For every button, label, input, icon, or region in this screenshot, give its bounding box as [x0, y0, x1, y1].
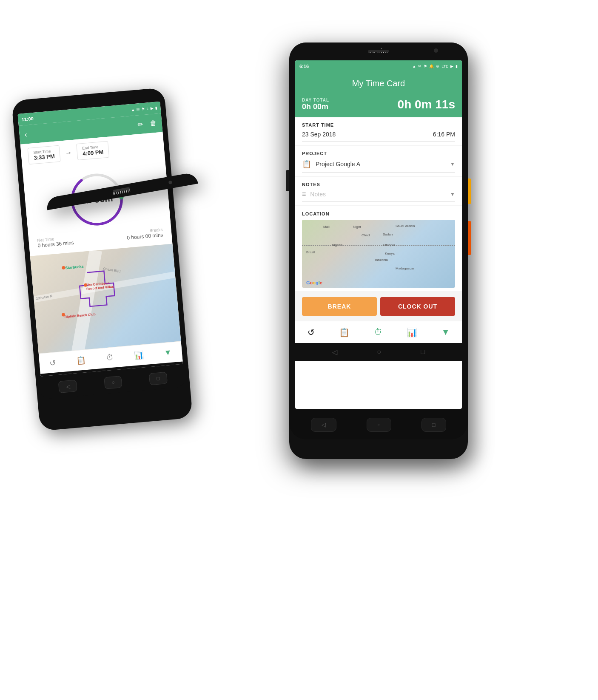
action-buttons: BREAK CLOCK OUT [295, 292, 462, 321]
camera-right [434, 48, 438, 53]
madagascar-label: Madagascar [396, 266, 414, 270]
start-time-field-row: 23 Sep 2018 6:16 PM [302, 131, 455, 142]
hw-btn-back-left[interactable]: ◁ [58, 380, 77, 393]
day-total-small: 0h 00m [302, 102, 329, 111]
start-time-clock: 6:16 PM [433, 131, 455, 138]
timer-area: 0h 36m Net Time 0 hours 36 mins Breaks 0… [23, 157, 173, 256]
nav-timer-icon[interactable]: ⏱ [106, 353, 114, 362]
day-total-left: DAY TOTAL 0h 00m [302, 98, 329, 111]
notification-icon: ▲ [131, 108, 135, 112]
chad-label: Chad [362, 233, 370, 237]
bnav-history-icon[interactable]: ↺ [308, 327, 315, 337]
status-icons-left: ▲ ✉ ⚑ ↕ ▶ ▮ [131, 105, 157, 112]
hw-btn-back-right[interactable]: ◁ [311, 418, 336, 432]
bnav-reports-icon[interactable]: 📊 [407, 327, 417, 337]
status-icons-right: ▲ ✉ ⚑ 🔔 ⊖ LTE ▶ ▮ [412, 64, 458, 68]
home-nav-right[interactable]: ○ [377, 348, 381, 356]
day-total-banner: DAY TOTAL 0h 00m 0h 0m 11s [295, 94, 462, 117]
hw-btn-recent-left[interactable]: □ [149, 372, 168, 385]
minus-icon-r: ⊖ [436, 64, 439, 68]
left-side-button-right[interactable] [286, 170, 289, 191]
location-section: LOCATION Mali Niger Saudi Arabia Chad Su… [295, 206, 462, 291]
kenya-label: Kenya [385, 252, 395, 255]
sudan-label: Sudan [383, 232, 393, 236]
delete-icon[interactable]: 🗑 [150, 119, 157, 128]
message-icon: ✉ [137, 107, 140, 112]
vibrate-icon-r: 🔔 [429, 64, 434, 68]
project-row[interactable]: 📋 Project Google A ▼ [302, 159, 455, 173]
right-bottom-bar: ◁ ○ □ [289, 410, 468, 439]
yellow-side-button[interactable] [468, 179, 471, 204]
notes-row[interactable]: ≡ Notes ▼ [302, 190, 455, 202]
signal-icon: ▶ [150, 106, 154, 111]
right-screen: 6:16 ▲ ✉ ⚑ 🔔 ⊖ LTE ▶ ▮ My Time Card DAY … [295, 60, 462, 409]
left-device: sonim 11:00 ▲ ✉ ⚑ ↕ ▶ ▮ ‹ ✏ 🗑 [11, 88, 193, 431]
notif-icon-r: ▲ [412, 64, 416, 68]
nav-reports-icon[interactable]: 📊 [134, 350, 144, 360]
clipboard-icon: 📋 [302, 159, 311, 169]
tanzania-label: Tanzania [374, 258, 388, 262]
start-time-box[interactable]: Start Time 3:33 PM [28, 145, 61, 164]
lines-icon: ≡ [302, 190, 306, 198]
break-button[interactable]: BREAK [302, 297, 377, 316]
clockout-button[interactable]: CLOCK OUT [380, 297, 455, 316]
app-bar-right: My Time Card [295, 72, 462, 94]
mali-label: Mali [323, 225, 330, 229]
hw-btn-home-left[interactable]: ○ [104, 376, 122, 389]
project-left: 📋 Project Google A [302, 159, 360, 169]
bnav-green-icon[interactable]: ▼ [441, 327, 450, 337]
battery-icon: ▮ [155, 105, 157, 110]
nav-history-icon[interactable]: ↺ [49, 358, 57, 368]
content-right: START TIME 23 Sep 2018 6:16 PM PROJECT 📋… [295, 117, 462, 343]
end-time-box[interactable]: End Time 4:09 PM [76, 141, 109, 160]
net-time-stat: Net Time 0 hours 36 mins [37, 235, 74, 249]
time-arrow: → [65, 149, 72, 157]
left-screen: 11:00 ▲ ✉ ⚑ ↕ ▶ ▮ ‹ ✏ 🗑 Start Time 3:33 … [17, 102, 183, 377]
action-icons-left: ✏ 🗑 [137, 119, 157, 129]
notes-dropdown-arrow[interactable]: ▼ [450, 191, 455, 197]
day-total-large: 0h 0m 11s [398, 98, 455, 111]
project-section-label: PROJECT [302, 151, 455, 156]
start-time-value: 3:33 PM [34, 153, 55, 161]
notes-placeholder: Notes [310, 191, 326, 198]
back-button-left[interactable]: ‹ [24, 130, 28, 139]
saudi-label: Saudi Arabia [396, 224, 415, 228]
back-nav-right[interactable]: ◁ [332, 348, 337, 356]
android-nav-right: ◁ ○ □ [295, 343, 462, 361]
notes-section: NOTES ≡ Notes ▼ [295, 177, 462, 205]
hw-btn-recent-right[interactable]: □ [421, 418, 446, 432]
breaks-stat: Breaks 0 hours 00 mins [126, 227, 163, 241]
status-time-right: 6:16 [299, 64, 309, 69]
brazil-label: Brazil [306, 250, 315, 254]
google-logo: Google [306, 280, 322, 285]
hw-btn-home-right[interactable]: ○ [367, 418, 391, 432]
speaker-top-right [368, 50, 389, 52]
camera-left [168, 181, 172, 184]
project-dropdown-arrow[interactable]: ▼ [450, 161, 455, 167]
start-time-section-label: START TIME [302, 122, 455, 128]
bnav-timer-icon[interactable]: ⏱ [374, 327, 382, 337]
notes-section-label: NOTES [302, 182, 455, 187]
battery-icon-r: ▮ [456, 64, 458, 68]
orange-side-button[interactable] [468, 221, 471, 255]
recent-nav-right[interactable]: □ [421, 348, 425, 356]
app-title-right: My Time Card [352, 79, 405, 88]
nav-green-icon[interactable]: ▼ [164, 348, 172, 357]
nav-timecard-icon[interactable]: 📋 [76, 355, 86, 366]
wifi-icon: ↕ [147, 106, 149, 111]
nigeria-label: Nigeria [332, 243, 342, 247]
map-area-left: Starbucks The CaribbeanResort and Villas… [30, 244, 181, 353]
equator-line [302, 245, 455, 246]
niger-label: Niger [353, 225, 361, 229]
status-bar-right: 6:16 ▲ ✉ ⚑ 🔔 ⊖ LTE ▶ ▮ [295, 60, 462, 72]
flag-icon: ⚑ [142, 107, 145, 111]
bnav-timecard-icon[interactable]: 📋 [339, 327, 350, 337]
end-time-value: 4:09 PM [83, 149, 104, 157]
msg-icon-r: ✉ [418, 64, 421, 68]
start-date-value: 23 Sep 2018 [302, 131, 336, 138]
map-container-right: Mali Niger Saudi Arabia Chad Sudan Niger… [302, 220, 455, 288]
project-section: PROJECT 📋 Project Google A ▼ [295, 146, 462, 176]
notes-left: ≡ Notes [302, 190, 326, 198]
edit-icon[interactable]: ✏ [137, 120, 144, 129]
ethiopia-label: Ethiopia [383, 243, 395, 247]
